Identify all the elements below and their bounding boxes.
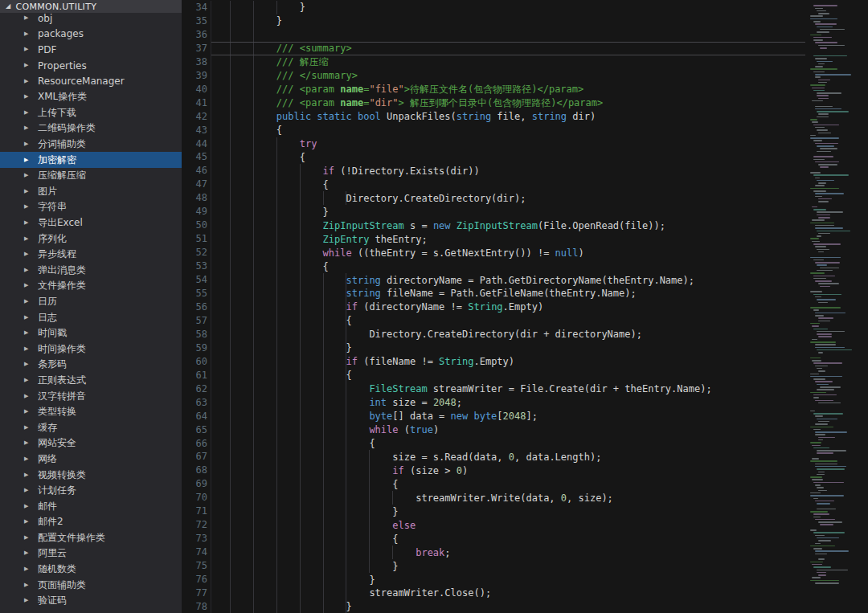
code-line[interactable]: { (211, 178, 805, 191)
code-line[interactable]: if (directoryName != String.Empty) (211, 300, 805, 314)
line-number[interactable]: 41 (182, 96, 207, 110)
sidebar-item[interactable]: ▶阿里云 (0, 546, 182, 562)
line-number[interactable]: 75 (182, 559, 207, 573)
code-pane[interactable]: }}/// <summary>/// 解压缩/// </summary>/// … (211, 1, 805, 613)
line-number[interactable]: 42 (182, 110, 207, 124)
line-number[interactable]: 49 (182, 205, 207, 219)
code-line[interactable]: public static bool UnpackFiles(string fi… (211, 110, 805, 124)
solution-root-node[interactable]: ◢ COMMON.UTILITY (0, 0, 182, 13)
sidebar-item[interactable]: ▶时间戳 (0, 325, 182, 341)
code-line[interactable]: if (!Directory.Exists(dir)) (211, 164, 805, 178)
line-number[interactable]: 43 (182, 124, 207, 137)
code-line[interactable]: } (211, 14, 805, 28)
line-number[interactable]: 74 (182, 546, 207, 559)
sidebar-item[interactable]: ▶正则表达式 (0, 373, 182, 389)
code-line[interactable]: byte[] data = new byte[2048]; (211, 410, 805, 423)
sidebar-item[interactable]: ▶加密解密 (0, 152, 182, 168)
line-number[interactable]: 38 (182, 55, 207, 69)
line-number[interactable]: 46 (182, 164, 207, 178)
line-number[interactable]: 66 (182, 437, 207, 451)
code-line-current[interactable]: /// <summary> (211, 42, 805, 55)
code-line[interactable] (211, 28, 805, 42)
sidebar-item[interactable]: ▶网站安全 (0, 435, 182, 452)
line-number[interactable]: 40 (182, 83, 207, 96)
code-line[interactable]: while (true) (211, 423, 805, 437)
code-line[interactable]: if (size > 0) (211, 464, 805, 477)
sidebar-item[interactable]: ▶日历 (0, 294, 182, 310)
code-line[interactable]: FileStream streamWriter = File.Create(di… (211, 382, 805, 396)
sidebar-item[interactable]: ▶时间操作类 (0, 341, 182, 357)
sidebar-item[interactable]: ▶缓存 (0, 419, 182, 435)
line-number[interactable]: 52 (182, 246, 207, 260)
sidebar-item[interactable]: ▶packages (0, 27, 182, 43)
code-line[interactable]: int size = 2048; (211, 396, 805, 410)
line-number[interactable]: 58 (182, 328, 207, 341)
code-line[interactable]: if (fileName != String.Empty) (211, 355, 805, 369)
sidebar-item[interactable]: ▶图片 (0, 184, 182, 200)
line-number[interactable]: 44 (182, 137, 207, 151)
code-line[interactable]: break; (211, 546, 805, 559)
sidebar-item[interactable]: ▶弹出消息类 (0, 263, 182, 279)
code-line[interactable]: } (211, 205, 805, 219)
sidebar-item[interactable]: ▶验证码 (0, 593, 182, 609)
line-number[interactable]: 78 (182, 600, 207, 613)
minimap[interactable] (805, 0, 868, 613)
sidebar-item[interactable]: ▶邮件 (0, 498, 182, 514)
sidebar-item[interactable]: ▶序列化 (0, 231, 182, 247)
code-line[interactable]: } (211, 559, 805, 573)
sidebar-item[interactable]: ▶配置文件操作类 (0, 530, 182, 546)
line-number[interactable]: 60 (182, 355, 207, 369)
code-line[interactable]: string directoryName = Path.GetDirectory… (211, 273, 805, 287)
sidebar-item[interactable]: ▶条形码 (0, 357, 182, 373)
line-number[interactable]: 35 (182, 14, 207, 28)
sidebar-item[interactable]: ▶页面辅助类 (0, 577, 182, 593)
code-line[interactable]: /// 解压缩 (211, 55, 805, 69)
sidebar-item[interactable]: ▶XML操作类 (0, 89, 182, 105)
code-line[interactable]: streamWriter.Close(); (211, 586, 805, 600)
line-number[interactable]: 64 (182, 410, 207, 423)
line-number[interactable]: 48 (182, 191, 207, 205)
line-number[interactable]: 47 (182, 178, 207, 191)
sidebar-item[interactable]: ▶Properties (0, 58, 182, 74)
sidebar-item[interactable]: ▶异步线程 (0, 247, 182, 263)
sidebar-item[interactable]: ▶ResourceManager (0, 73, 182, 89)
code-line[interactable]: /// <param name="file">待解压文件名(包含物理路径)</p… (211, 83, 805, 96)
code-line[interactable]: /// </summary> (211, 69, 805, 83)
sidebar-item[interactable]: ▶汉字转拼音 (0, 388, 182, 404)
line-number[interactable]: 59 (182, 341, 207, 355)
line-number[interactable]: 65 (182, 423, 207, 437)
code-line[interactable]: { (211, 477, 805, 491)
code-line[interactable]: } (211, 341, 805, 355)
code-line[interactable]: { (211, 150, 805, 164)
sidebar-item[interactable]: ▶分词辅助类 (0, 137, 182, 153)
line-number[interactable]: 67 (182, 450, 207, 464)
code-line[interactable]: } (211, 505, 805, 518)
line-number[interactable]: 53 (182, 260, 207, 273)
sidebar-item[interactable]: ▶网络 (0, 452, 182, 468)
line-number[interactable]: 57 (182, 314, 207, 328)
sidebar-item[interactable]: ▶视频转换类 (0, 467, 182, 483)
line-number[interactable]: 73 (182, 532, 207, 546)
sidebar-item[interactable]: ▶字符串 (0, 199, 182, 215)
sidebar-item[interactable]: ▶二维码操作类 (0, 121, 182, 137)
code-line[interactable]: { (211, 314, 805, 328)
line-number-gutter[interactable]: 3435363738394041424344454647484950515253… (182, 1, 207, 613)
sidebar-item[interactable]: ▶导出Excel (0, 215, 182, 231)
code-line[interactable]: Directory.CreateDirectory(dir); (211, 191, 805, 205)
code-line[interactable]: { (211, 532, 805, 546)
line-number[interactable]: 37 (182, 42, 207, 55)
code-line[interactable]: } (211, 600, 805, 613)
code-line[interactable]: { (211, 437, 805, 451)
line-number[interactable]: 51 (182, 232, 207, 246)
line-number[interactable]: 77 (182, 586, 207, 600)
line-number[interactable]: 71 (182, 505, 207, 518)
line-number[interactable]: 72 (182, 518, 207, 532)
code-line[interactable]: streamWriter.Write(data, 0, size); (211, 491, 805, 505)
code-line[interactable]: Directory.CreateDirectory(dir + director… (211, 328, 805, 341)
sidebar-item[interactable]: ▶计划任务 (0, 483, 182, 499)
sidebar-item[interactable]: ▶类型转换 (0, 404, 182, 420)
sidebar-item[interactable]: ▶压缩解压缩 (0, 168, 182, 184)
line-number[interactable]: 54 (182, 273, 207, 287)
line-number[interactable]: 55 (182, 287, 207, 300)
line-number[interactable]: 62 (182, 382, 207, 396)
